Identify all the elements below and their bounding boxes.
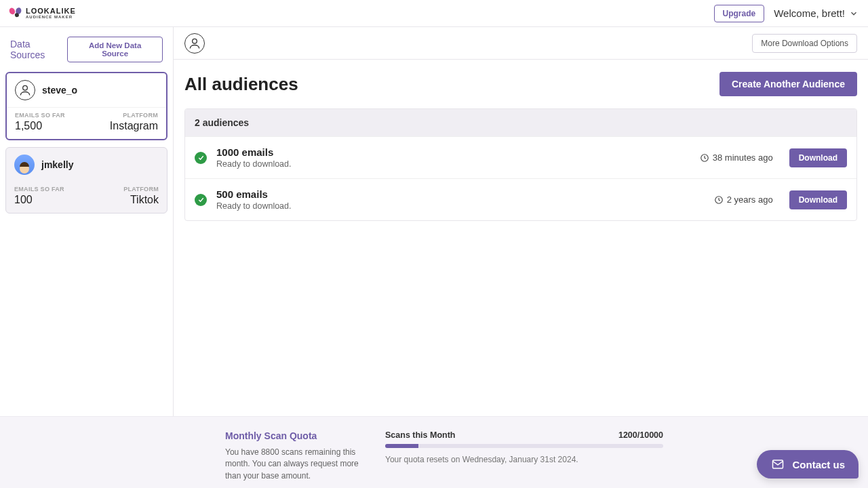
avatar-icon bbox=[15, 80, 35, 100]
platform-label: PLATFORM bbox=[123, 186, 159, 192]
emails-label: EMAILS SO FAR bbox=[14, 186, 64, 192]
user-menu[interactable]: Welcome, brett! bbox=[774, 7, 859, 19]
selected-source-avatar-icon bbox=[184, 33, 205, 54]
emails-value: 100 bbox=[14, 194, 64, 206]
audiences-count-header: 2 audiences bbox=[185, 109, 856, 136]
welcome-text: Welcome, brett! bbox=[774, 7, 845, 19]
emails-value: 1,500 bbox=[15, 120, 65, 132]
brand-mark-icon bbox=[9, 7, 22, 20]
audience-row: 1000 emails Ready to download. 38 minute… bbox=[185, 136, 856, 178]
quota-reset-text: Your quota resets on Wednesday, January … bbox=[385, 455, 663, 464]
platform-value: Instagram bbox=[110, 120, 158, 132]
timestamp-text: 38 minutes ago bbox=[713, 152, 773, 163]
data-source-name: steve_o bbox=[42, 85, 77, 96]
audiences-panel: 2 audiences 1000 emails Ready to downloa… bbox=[184, 108, 857, 221]
download-button[interactable]: Download bbox=[789, 148, 847, 167]
data-source-card[interactable]: steve_o EMAILS SO FAR 1,500 PLATFORM Ins… bbox=[5, 72, 167, 140]
quota-progress-bar bbox=[385, 444, 663, 448]
page-title: All audiences bbox=[184, 74, 298, 95]
scans-value: 1200/10000 bbox=[618, 430, 663, 440]
audience-timestamp: 2 years ago bbox=[714, 195, 773, 205]
quota-progress-fill bbox=[385, 444, 418, 448]
timestamp-text: 2 years ago bbox=[727, 195, 773, 205]
quota-description: You have 8800 scans remaining this month… bbox=[225, 447, 361, 482]
avatar-icon bbox=[14, 155, 35, 175]
platform-label: PLATFORM bbox=[123, 112, 158, 119]
add-data-source-button[interactable]: Add New Data Source bbox=[67, 37, 163, 62]
svg-point-0 bbox=[23, 85, 28, 90]
download-button[interactable]: Download bbox=[789, 190, 847, 209]
audience-status: Ready to download. bbox=[216, 201, 705, 211]
upgrade-button[interactable]: Upgrade bbox=[714, 5, 765, 22]
chevron-down-icon bbox=[849, 9, 859, 18]
brand-subtitle: AUDIENCE MAKER bbox=[26, 15, 76, 19]
data-source-card[interactable]: jmkelly EMAILS SO FAR 100 PLATFORM Tikto… bbox=[5, 147, 167, 214]
create-audience-button[interactable]: Create Another Audience bbox=[719, 72, 857, 96]
brand-logo-block: LOOKALIKE AUDIENCE MAKER bbox=[9, 7, 76, 20]
audience-timestamp: 38 minutes ago bbox=[700, 152, 773, 163]
brand-name: LOOKALIKE bbox=[26, 7, 76, 15]
emails-label: EMAILS SO FAR bbox=[15, 112, 65, 119]
check-circle-icon bbox=[195, 194, 207, 206]
audience-title: 1000 emails bbox=[216, 146, 690, 158]
clock-icon bbox=[714, 195, 724, 205]
quota-footer: Monthly Scan Quota You have 8800 scans r… bbox=[0, 416, 868, 488]
check-circle-icon bbox=[195, 152, 207, 164]
sidebar-title: Data Sources bbox=[10, 39, 67, 60]
scans-label: Scans this Month bbox=[385, 430, 455, 440]
contact-us-button[interactable]: Contact us bbox=[757, 450, 859, 479]
audience-title: 500 emails bbox=[216, 188, 705, 200]
svg-point-1 bbox=[193, 39, 197, 43]
mail-icon bbox=[770, 458, 785, 470]
sidebar: Data Sources Add New Data Source steve_o… bbox=[0, 27, 174, 416]
data-source-name: jmkelly bbox=[41, 159, 73, 170]
more-download-options-button[interactable]: More Download Options bbox=[752, 34, 857, 53]
audience-status: Ready to download. bbox=[216, 159, 690, 169]
quota-title: Monthly Scan Quota bbox=[225, 430, 361, 441]
platform-value: Tiktok bbox=[130, 194, 159, 206]
clock-icon bbox=[700, 153, 709, 163]
contact-us-label: Contact us bbox=[792, 459, 845, 470]
audience-row: 500 emails Ready to download. 2 years ag… bbox=[185, 178, 856, 220]
